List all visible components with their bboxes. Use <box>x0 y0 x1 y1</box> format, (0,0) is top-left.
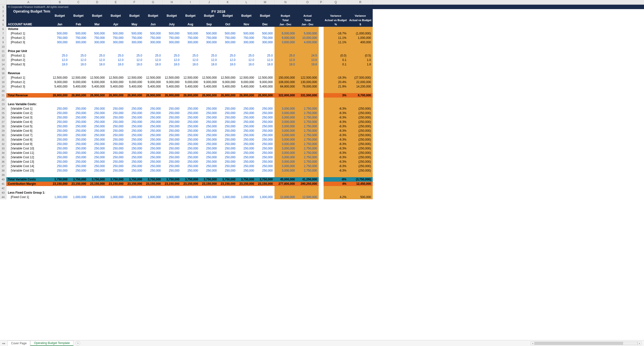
cell-value[interactable]: 25.0 <box>88 53 106 58</box>
cell-value[interactable]: 250,000 <box>144 120 162 124</box>
cell-value[interactable]: 500,000 <box>237 31 256 36</box>
col-J[interactable]: J <box>200 0 218 5</box>
row-number[interactable]: 30 <box>0 133 6 137</box>
cell-value[interactable]: 250,000 <box>106 159 125 164</box>
variance-dollar[interactable]: (3,750,000) <box>348 177 373 182</box>
scroll-left-icon[interactable]: ◂ <box>530 341 534 345</box>
cell-value[interactable]: 750,000 <box>237 36 256 40</box>
cell-value[interactable]: 300,000 <box>125 40 144 45</box>
cell-value[interactable]: 250,000 <box>106 137 125 142</box>
cell-value[interactable]: 250,000 <box>162 146 181 151</box>
variance-pct[interactable]: -8.3% <box>324 159 348 164</box>
cell-value[interactable]: 250,000 <box>256 120 274 124</box>
account-label[interactable]: [Variable Cost 7] <box>6 133 50 137</box>
variance-dollar[interactable]: 1.0 <box>348 58 373 62</box>
row-number[interactable]: 22 <box>0 98 6 102</box>
cell-value[interactable]: 250,000 <box>144 106 162 111</box>
cell-value[interactable]: 26,900,000 <box>125 93 144 98</box>
actual-total[interactable]: 2,750,000 <box>296 155 319 159</box>
cell-value[interactable]: 250,000 <box>237 115 256 120</box>
cell-value[interactable]: 250,000 <box>237 151 256 155</box>
cell-value[interactable]: 250,000 <box>88 124 106 129</box>
actual-total[interactable]: 13.0 <box>296 58 319 62</box>
cell-value[interactable]: 250,000 <box>50 111 69 115</box>
cell-value[interactable]: 250,000 <box>237 159 256 164</box>
cell-value[interactable]: 12.0 <box>237 58 256 62</box>
col-M[interactable]: M <box>256 0 274 5</box>
cell-value[interactable]: 1,000,000 <box>162 195 181 199</box>
cell-value[interactable]: 12.0 <box>88 58 106 62</box>
actual-total[interactable]: 2,750,000 <box>296 120 319 124</box>
cell-value[interactable]: 750,000 <box>69 36 88 40</box>
cell-value[interactable]: 250,000 <box>69 129 88 133</box>
cell-value[interactable]: 26,900,000 <box>256 93 274 98</box>
cell-value[interactable]: 25.0 <box>200 53 218 58</box>
row-number[interactable]: 24 <box>0 106 6 111</box>
variance-dollar[interactable]: (250,000) <box>348 129 373 133</box>
budget-total[interactable]: 3,000,000 <box>274 151 296 155</box>
variance-dollar[interactable]: (27,500,000) <box>348 76 373 80</box>
cell-value[interactable]: 250,000 <box>256 129 274 133</box>
cell-value[interactable]: 5,400,000 <box>200 84 218 89</box>
account-label[interactable]: [Product 1] <box>6 53 50 58</box>
budget-total[interactable]: 277,800,000 <box>274 182 296 186</box>
cell-value[interactable]: 250,000 <box>256 137 274 142</box>
actual-total[interactable]: 290,250,000 <box>296 182 319 186</box>
variance-pct[interactable]: -8.3% <box>324 151 348 155</box>
row-number[interactable]: 29 <box>0 129 6 133</box>
cell-value[interactable]: 23,150,000 <box>237 182 256 186</box>
cell-value[interactable]: 12,500,000 <box>200 76 218 80</box>
cell-value[interactable]: 250,000 <box>200 151 218 155</box>
cell-value[interactable]: 250,000 <box>162 106 181 111</box>
cell-value[interactable]: 250,000 <box>181 146 200 151</box>
variance-pct[interactable]: (0.0) <box>324 53 348 58</box>
cell-value[interactable]: 250,000 <box>50 159 69 164</box>
cell-value[interactable]: 250,000 <box>144 151 162 155</box>
variance-pct[interactable]: 4.2% <box>324 195 348 199</box>
cell-value[interactable]: 25.0 <box>144 53 162 58</box>
cell-value[interactable]: 250,000 <box>69 133 88 137</box>
cell-value[interactable]: 250,000 <box>237 142 256 146</box>
cell-value[interactable]: 5,400,000 <box>162 84 181 89</box>
section-label[interactable]: Price per Unit <box>6 49 50 53</box>
col-K[interactable]: K <box>218 0 237 5</box>
section-label[interactable]: Revenue <box>6 71 50 76</box>
cell-value[interactable]: 250,000 <box>181 106 200 111</box>
cell-value[interactable]: 250,000 <box>237 137 256 142</box>
cell-value[interactable]: 250,000 <box>69 146 88 151</box>
actual-total[interactable]: 331,500,000 <box>296 93 319 98</box>
account-label[interactable]: [Product 1] <box>6 76 50 80</box>
cell-value[interactable]: 750,000 <box>125 36 144 40</box>
cell-value[interactable]: 250,000 <box>106 142 125 146</box>
cell-value[interactable]: 250,000 <box>237 106 256 111</box>
col-Q[interactable]: Q <box>324 0 348 5</box>
cell-value[interactable]: 250,000 <box>200 155 218 159</box>
variance-pct[interactable]: 0.1 <box>324 62 348 67</box>
account-label[interactable]: [Variable Cost 11] <box>6 151 50 155</box>
row-number[interactable]: 8 <box>0 36 6 40</box>
variance-dollar[interactable]: (250,000) <box>348 146 373 151</box>
cell-value[interactable]: 26,900,000 <box>50 93 69 98</box>
cell-value[interactable]: 250,000 <box>144 159 162 164</box>
cell-value[interactable]: 250,000 <box>218 146 237 151</box>
cell-value[interactable]: 25.0 <box>162 53 181 58</box>
cell-value[interactable]: 250,000 <box>144 155 162 159</box>
row-number[interactable]: 27 <box>0 120 6 124</box>
row-number[interactable]: 35 <box>0 155 6 159</box>
cell-value[interactable]: 500,000 <box>218 31 237 36</box>
cell-value[interactable]: 250,000 <box>162 155 181 159</box>
budget-total[interactable]: 3,000,000 <box>274 146 296 151</box>
account-label[interactable]: [Variable Cost 15] <box>6 168 50 173</box>
row-number[interactable]: 10 <box>0 45 6 49</box>
variance-pct[interactable]: -8.3% <box>324 111 348 115</box>
actual-total[interactable]: 41,250,000 <box>296 177 319 182</box>
row-number[interactable]: 2 <box>0 9 6 14</box>
cell-value[interactable]: 250,000 <box>69 115 88 120</box>
cell-value[interactable]: 23,150,000 <box>125 182 144 186</box>
cell-value[interactable]: 26,900,000 <box>181 93 200 98</box>
cell-value[interactable]: 12,500,000 <box>69 76 88 80</box>
variance-pct[interactable]: -8.3% <box>324 155 348 159</box>
variance-pct[interactable]: 4% <box>324 182 348 186</box>
cell-value[interactable]: 250,000 <box>88 137 106 142</box>
cell-value[interactable]: 250,000 <box>218 155 237 159</box>
